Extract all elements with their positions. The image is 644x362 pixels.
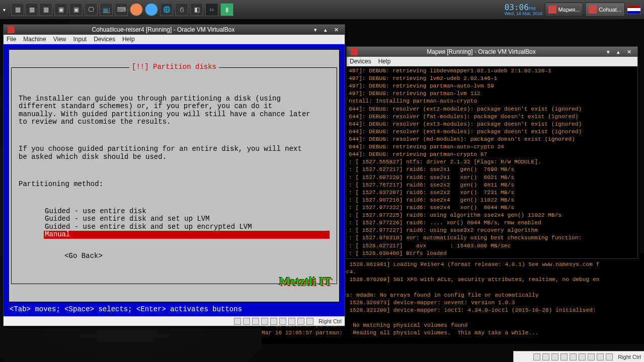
window-titlebar[interactable]: Мария [Running] - Oracle VM VirtualBox ▾… [347, 47, 637, 57]
recording-icon[interactable] [588, 353, 595, 360]
partition-option[interactable]: Guided - use entire disk [44, 208, 330, 215]
close-icon[interactable]: ✕ [625, 49, 633, 55]
panel-clock[interactable]: 03:06PM Wed, 16 Mar, 2016 [505, 4, 543, 16]
vbox-statusbar: Right Ctrl [513, 351, 644, 362]
clock-date: Wed, 16 Mar, 2016 [505, 12, 543, 16]
menu-file[interactable]: File [7, 36, 16, 43]
vbox-window-installer: Cohuatlicue-reiser4 [Running] - Oracle V… [3, 24, 345, 326]
minimize-icon[interactable]: ▾ [312, 27, 319, 33]
menu-devices[interactable]: Devices [350, 58, 371, 65]
vbox-icon [548, 6, 556, 14]
maximize-icon[interactable]: ▴ [615, 49, 622, 55]
app-launcher-icon[interactable]: ▣ [69, 3, 83, 16]
watermark-logo: Metztli IT [279, 275, 332, 288]
keyboard-icon[interactable] [306, 318, 313, 325]
app-launcher-icon[interactable]: ▣ [54, 3, 67, 16]
app-icon[interactable]: ◧ [190, 3, 203, 16]
desktop-panel: ▾ ▦ ▦ ▦ ▣ ▣ 🖵 📺 ⌨ 🌐 ⎙ ◧ 11 ▮ 03:06PM Wed… [0, 0, 644, 19]
vbox-window-terminal: Мария [Running] - Oracle VM VirtualBox ▾… [346, 46, 638, 259]
minimize-icon[interactable]: ▾ [605, 49, 612, 55]
window-title: Мария [Running] - Oracle VM VirtualBox [361, 48, 602, 55]
firefox-icon[interactable] [130, 3, 143, 16]
close-icon[interactable]: ✕ [332, 27, 341, 33]
clock-time: 03:06 [505, 3, 529, 12]
taskbar-button-vm2[interactable]: Cohuat... [585, 3, 625, 17]
hdd-icon[interactable] [234, 318, 241, 325]
menu-view[interactable]: View [53, 36, 66, 43]
go-back-button[interactable]: <Go Back> [64, 252, 103, 260]
hdd-icon[interactable] [533, 353, 540, 360]
globe-icon[interactable]: 🌐 [160, 3, 173, 16]
keyboard-icon[interactable] [606, 353, 613, 360]
menu-devices[interactable]: Devices [94, 36, 115, 43]
vbox-icon [351, 48, 358, 55]
menu-machine[interactable]: Machine [23, 36, 46, 43]
window-title: Cohuatlicue-reiser4 [Running] - Oracle V… [18, 26, 309, 33]
network-icon[interactable] [560, 353, 568, 360]
menubar: Devices Help [347, 57, 637, 66]
optical-icon[interactable] [243, 318, 250, 325]
terminal-output: 497]: DEBUG: retrieving libdevmapper1.02… [347, 66, 637, 258]
host-key-label: Right Ctrl [318, 318, 342, 324]
computer-icon[interactable]: 🖵 [85, 3, 98, 16]
printer-icon[interactable]: ⎙ [175, 3, 188, 16]
terminal-icon[interactable]: ⌨ [115, 3, 128, 16]
cpu-meter-icon[interactable]: 11 [205, 3, 218, 16]
mouse-integration-icon[interactable] [297, 318, 304, 325]
host-key-label: Right Ctrl [618, 354, 641, 360]
taskbar-button-vm1[interactable]: Мария... [545, 3, 584, 17]
menu-input[interactable]: Input [73, 36, 87, 43]
partition-option[interactable]: Manual [44, 231, 330, 238]
display-icon[interactable] [579, 353, 586, 360]
optical-icon[interactable] [542, 353, 549, 360]
dialog-title: [!!] Partition disks [129, 63, 219, 71]
taskbar-label: Мария... [558, 7, 580, 13]
display-icon[interactable] [279, 318, 286, 325]
workspace-switcher-icon[interactable]: ▦ [11, 3, 24, 16]
menubar: File Machine View Input Devices Help [4, 35, 345, 44]
chromium-icon[interactable] [145, 3, 158, 16]
maximize-icon[interactable]: ▴ [322, 27, 329, 33]
dialog-paragraph: The installer can guide you through part… [19, 95, 330, 126]
shared-folder-icon[interactable] [570, 353, 577, 360]
tv-icon[interactable]: 📺 [100, 3, 113, 16]
method-label: Partitioning method: [19, 180, 330, 188]
window-titlebar[interactable]: Cohuatlicue-reiser4 [Running] - Oracle V… [4, 25, 345, 35]
mouse-integration-icon[interactable] [597, 353, 604, 360]
dialog-paragraph: If you choose guided partitioning for an… [19, 145, 330, 161]
taskbar-label: Cohuat... [599, 7, 621, 13]
vbox-icon [589, 6, 597, 14]
recording-icon[interactable] [288, 318, 295, 325]
workspace-switcher-icon[interactable]: ▦ [25, 3, 38, 16]
partition-option[interactable]: Guided - use entire disk and set up LVM [44, 215, 330, 223]
clock-ampm: PM [529, 6, 536, 11]
network-icon[interactable] [261, 318, 268, 325]
shared-folder-icon[interactable] [270, 318, 277, 325]
battery-icon[interactable]: ▮ [220, 3, 233, 16]
panel-menu-arrow[interactable]: ▾ [3, 7, 9, 13]
menu-help[interactable]: Help [378, 58, 391, 65]
menu-help[interactable]: Help [122, 36, 135, 43]
workspace-switcher-icon[interactable]: ▦ [39, 3, 52, 16]
vbox-statusbar: Right Ctrl [4, 316, 345, 326]
partition-option[interactable]: Guided - use entire disk and set up encr… [44, 223, 330, 231]
keyboard-layout-flag-icon[interactable] [627, 5, 641, 14]
installer-footer-hint: <Tab> moves; <Space> selects; <Enter> ac… [7, 304, 342, 313]
vbox-icon [8, 26, 15, 33]
usb-icon[interactable] [551, 353, 558, 360]
usb-icon[interactable] [252, 318, 259, 325]
